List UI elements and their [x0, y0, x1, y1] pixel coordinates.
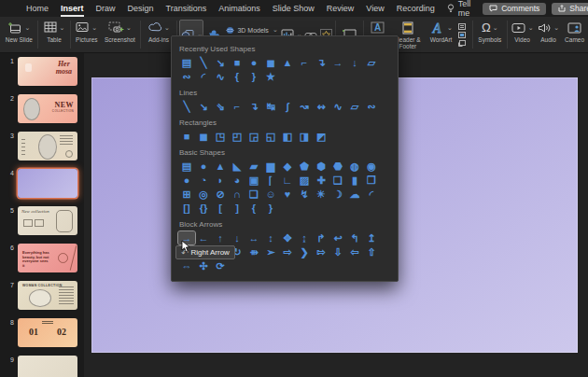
shape-star-5[interactable]: ★: [262, 70, 279, 83]
shape-pentagon[interactable]: ⬟: [296, 160, 313, 173]
tab-draw[interactable]: Draw: [96, 0, 116, 17]
wordart-button[interactable]: A ⌄ WordArt: [426, 17, 456, 52]
tab-slide-show[interactable]: Slide Show: [273, 0, 315, 17]
shape-right-brace[interactable]: }: [245, 70, 262, 83]
shape-right-arrow[interactable]: →: [329, 56, 346, 69]
shape-bent-arrow[interactable]: ↱: [313, 231, 329, 244]
shape-circular-arrow[interactable]: ⟳: [212, 259, 229, 272]
tab-design[interactable]: Design: [128, 0, 154, 17]
shape-double-bracket[interactable]: []: [178, 202, 195, 215]
shape-folded-corner[interactable]: ❏: [245, 188, 262, 201]
shape-bevel[interactable]: ⊞: [178, 188, 195, 201]
shape-trapezoid[interactable]: ▆: [262, 160, 279, 173]
shape-round-single-corner[interactable]: ◧: [279, 130, 296, 143]
shape-left-arrow-callout[interactable]: ⇦: [346, 245, 363, 258]
shape-rounded-rectangle[interactable]: ◼: [262, 56, 279, 69]
tab-insert[interactable]: Insert: [61, 0, 84, 17]
shape-rectangle[interactable]: ■: [178, 130, 195, 143]
shape-l-shape[interactable]: ∟: [279, 174, 296, 187]
shape-elbow-connector[interactable]: ⌐: [229, 100, 245, 113]
shape-left-arrow[interactable]: ←: [195, 231, 212, 244]
shape-down-arrow[interactable]: ↓: [346, 56, 363, 69]
video-button[interactable]: ⌄ Video: [509, 17, 536, 52]
slide-thumbnail-6[interactable]: Everything has beauty, but not everyone …: [18, 244, 77, 272]
shape-line[interactable]: ╲: [195, 56, 212, 69]
shape-snip-diagonal[interactable]: ◲: [245, 130, 262, 143]
shape-left-right-arrow[interactable]: ↔: [245, 231, 262, 244]
shape-lightning-bolt[interactable]: ↯: [296, 188, 313, 201]
slide-thumbnail-1[interactable]: Hermosa: [18, 57, 77, 86]
shape-snip-same-side[interactable]: ◰: [229, 130, 245, 143]
slide-thumbnail-9[interactable]: [18, 356, 77, 377]
tab-recording[interactable]: Recording: [397, 0, 435, 17]
shape-text-box[interactable]: ▤: [178, 160, 195, 173]
shape-snip-round-single[interactable]: ◱: [262, 130, 279, 143]
shape-round-same-side[interactable]: ◨: [296, 130, 313, 143]
table-button[interactable]: ⌄ Table: [39, 17, 70, 52]
shape-half-frame[interactable]: ⌈: [262, 174, 279, 187]
shape-u-turn-arrow[interactable]: ↩: [329, 231, 346, 244]
shape-cross[interactable]: ✚: [313, 174, 329, 187]
shape-right-arrow-callout[interactable]: ⇰: [313, 245, 329, 258]
shape-left-brace[interactable]: {: [229, 70, 245, 83]
shape-down-arrow-callout[interactable]: ⇩: [329, 245, 346, 258]
shape-right-triangle[interactable]: ◣: [229, 160, 245, 173]
shape-arc[interactable]: ◜: [195, 70, 212, 83]
tab-animations[interactable]: Animations: [218, 0, 260, 17]
shape-oval[interactable]: ●: [195, 160, 212, 173]
shape-octagon[interactable]: ◍: [346, 160, 363, 173]
shape-rectangle[interactable]: ■: [229, 56, 245, 69]
screenshot-button[interactable]: ⌄ Screenshot: [101, 17, 139, 52]
shape-up-down-arrow[interactable]: ↕: [262, 231, 279, 244]
shape-smiley-face[interactable]: ☺: [262, 188, 279, 201]
shape-parallelogram[interactable]: ▰: [245, 160, 262, 173]
shape-teardrop[interactable]: ◕: [229, 174, 245, 187]
shape-scribble[interactable]: ∾: [363, 100, 380, 113]
shape-curved-connector[interactable]: ∫: [279, 100, 296, 113]
shape-no-symbol[interactable]: ⊘: [212, 188, 229, 201]
shape-curve[interactable]: ∿: [329, 100, 346, 113]
shape-bent-up-arrow[interactable]: ↥: [363, 231, 380, 244]
shape-diamond[interactable]: ◆: [279, 160, 296, 173]
shape-right-bracket[interactable]: ]: [229, 202, 245, 215]
shape-decagon[interactable]: ◉: [363, 160, 380, 173]
symbols-button[interactable]: Ω ⌄ Symbols: [473, 17, 506, 52]
shape-freeform[interactable]: ▱: [346, 100, 363, 113]
shape-triangle[interactable]: ▲: [279, 56, 296, 69]
shape-left-up-arrow[interactable]: ↰: [346, 231, 363, 244]
pictures-button[interactable]: ⌄ Pictures: [72, 17, 101, 52]
object-icon[interactable]: [458, 40, 469, 47]
new-slide-button[interactable]: ⌄ New Slide: [2, 17, 36, 52]
shape-elbow-double-arrow[interactable]: ↹: [262, 100, 279, 113]
shape-can[interactable]: ▮: [346, 174, 363, 187]
shape-left-right-up-arrow[interactable]: ↨: [296, 231, 313, 244]
shape-oval[interactable]: ●: [245, 56, 262, 69]
shape-sun[interactable]: ☀: [313, 188, 329, 201]
shape-elbow-connector[interactable]: ⌐: [296, 56, 313, 69]
tab-view[interactable]: View: [366, 0, 384, 17]
shape-cloud[interactable]: ☁: [346, 188, 363, 201]
shape-pentagon-arrow[interactable]: ⇨: [279, 245, 296, 258]
shape-pie[interactable]: ◔: [195, 174, 212, 187]
shape-line-double-arrow[interactable]: ⇘: [212, 100, 229, 113]
slide-number-icon[interactable]: [458, 32, 469, 38]
shape-right-brace[interactable]: }: [262, 202, 279, 215]
shape-down-arrow[interactable]: ↓: [229, 231, 245, 244]
cameo-button[interactable]: Cameo: [561, 17, 588, 52]
shape-text-box[interactable]: ▤: [178, 56, 195, 69]
shape-heart[interactable]: ♥: [279, 188, 296, 201]
audio-button[interactable]: ⌄ Audio: [536, 17, 561, 52]
shape-moon[interactable]: ☽: [329, 188, 346, 201]
shape-donut[interactable]: ◎: [195, 188, 212, 201]
shape-quad-arrow[interactable]: ✥: [279, 231, 296, 244]
shape-freeform[interactable]: ▱: [363, 56, 380, 69]
shape-right-arrow[interactable]: →: [178, 231, 195, 244]
shape-chord[interactable]: ◗: [212, 174, 229, 187]
shape-frame[interactable]: ▣: [245, 174, 262, 187]
shape-line-arrow[interactable]: ↘: [212, 56, 229, 69]
shape-heptagon[interactable]: ⬣: [329, 160, 346, 173]
shape-notched-right-arrow[interactable]: ➢: [262, 245, 279, 258]
shape-snip-single-corner[interactable]: ◳: [212, 130, 229, 143]
shape-up-arrow-callout[interactable]: ⇧: [363, 245, 380, 258]
tell-me[interactable]: Tell me: [447, 0, 471, 18]
